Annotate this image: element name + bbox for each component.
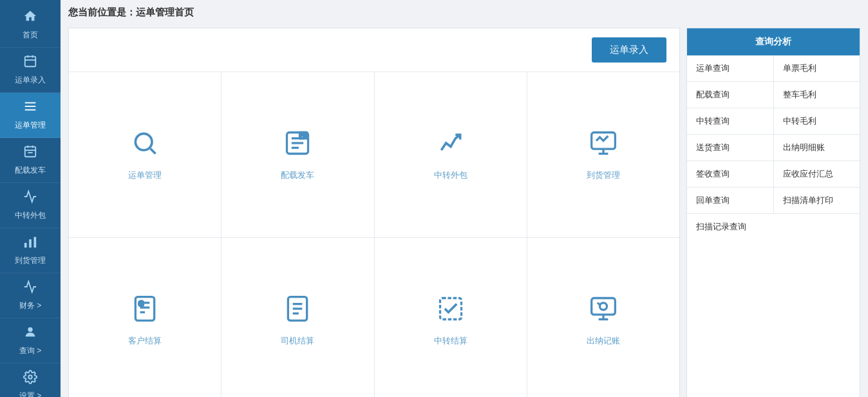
presentation-icon (589, 129, 618, 163)
sidebar-item-load-dispatch[interactable]: 配载发车 (0, 138, 61, 183)
svg-rect-39 (592, 298, 616, 315)
svg-rect-12 (24, 243, 27, 247)
right-panel-row-5: 签收查询 应收应付汇总 (687, 161, 860, 188)
grid-cell-transit-settlement[interactable]: 中转结算 (375, 238, 527, 397)
sidebar-item-transit-outsource[interactable]: 中转外包 (0, 183, 61, 228)
center-panel: 运单录入 运单管理 (68, 28, 680, 397)
waybill-entry-button[interactable]: 运单录入 (592, 37, 666, 63)
sidebar-item-query[interactable]: 查询 > (0, 318, 61, 363)
grid-section: 运单管理 ■ 配 (69, 72, 679, 397)
right-panel-row-4: 送货查询 出纳明细账 (687, 135, 860, 161)
sidebar-item-arrival-mgmt[interactable]: 到货管理 (0, 228, 61, 273)
list-icon (23, 99, 37, 117)
transit-query-link[interactable]: 中转查询 (687, 108, 774, 134)
grid-cell-load-dispatch[interactable]: ■ 配载发车 (222, 72, 374, 237)
grid-cell-transit-outsource[interactable]: 中转外包 (375, 72, 527, 237)
sidebar-item-settings[interactable]: 设置 > (0, 363, 61, 397)
full-truck-gross-link[interactable]: 整车毛利 (774, 82, 860, 108)
svg-line-43 (598, 302, 601, 305)
monitor-icon (589, 295, 618, 329)
right-panel-row-6: 回单查询 扫描清单打印 (687, 188, 860, 214)
svg-rect-28 (135, 296, 154, 320)
svg-text:■: ■ (301, 133, 305, 139)
svg-rect-7 (25, 147, 36, 157)
right-panel-title: 查询分析 (687, 28, 860, 55)
top-bar: 运单录入 (69, 28, 679, 72)
svg-point-16 (28, 375, 32, 379)
bar-chart-icon (23, 235, 37, 253)
sidebar: 首页 运单录入 运单管理 配载发车 中转外包 到货管理 财务 > (0, 0, 61, 397)
transit-icon (23, 189, 37, 208)
address-book-icon: S (131, 295, 159, 329)
grid-cell-customer-settlement[interactable]: S 客户结算 (69, 238, 222, 397)
scan-print-link[interactable]: 扫描清单打印 (774, 188, 860, 213)
main-content: 您当前位置是：运单管理首页 运单录入 运单 (61, 0, 868, 397)
grid-cell-cashier-ledger[interactable]: 出纳记账 (527, 238, 679, 397)
report-icon: ■ (283, 129, 312, 163)
grid-cell-waybill-mgmt[interactable]: 运单管理 (69, 72, 222, 237)
chart-icon (437, 129, 465, 163)
finance-icon (23, 280, 37, 298)
grid-row-2: S 客户结算 (69, 238, 679, 397)
page-title: 您当前位置是：运单管理首页 (68, 5, 860, 23)
svg-rect-0 (25, 57, 36, 67)
sidebar-item-waybill-mgmt[interactable]: 运单管理 (0, 93, 61, 138)
svg-rect-14 (34, 237, 37, 248)
receivable-payable-link[interactable]: 应收应付汇总 (774, 161, 860, 187)
svg-point-17 (135, 133, 152, 150)
content-row: 运单录入 运单管理 (68, 28, 860, 397)
cashier-detail-link[interactable]: 出纳明细账 (774, 135, 860, 160)
right-panel-row-1: 运单查询 单票毛利 (687, 55, 860, 82)
svg-rect-13 (29, 239, 32, 247)
dispatch-calendar-icon (23, 144, 37, 162)
svg-point-42 (599, 302, 607, 309)
grid-cell-arrival-mgmt[interactable]: 到货管理 (527, 72, 679, 237)
transit-gross-link[interactable]: 中转毛利 (774, 108, 860, 134)
right-panel: 查询分析 运单查询 单票毛利 配载查询 整车毛利 中转查询 中转毛利 送货查询 … (686, 28, 860, 397)
search-icon (131, 129, 159, 163)
home-icon (23, 9, 37, 27)
sidebar-item-finance[interactable]: 财务 > (0, 273, 61, 318)
svg-line-18 (151, 148, 156, 153)
grid-cell-driver-settlement[interactable]: 司机结算 (222, 238, 374, 397)
right-panel-links: 运单查询 单票毛利 配载查询 整车毛利 中转查询 中转毛利 送货查询 出纳明细账… (687, 55, 860, 240)
single-gross-link[interactable]: 单票毛利 (774, 55, 860, 81)
waybill-query-link[interactable]: 运单查询 (687, 55, 774, 81)
sign-query-link[interactable]: 签收查询 (687, 161, 774, 187)
document-icon (283, 295, 312, 329)
grid-row-1: 运单管理 ■ 配 (69, 72, 679, 238)
sidebar-item-waybill-entry[interactable]: 运单录入 (0, 48, 61, 93)
right-panel-row-3: 中转查询 中转毛利 (687, 108, 860, 135)
svg-point-15 (28, 327, 32, 332)
calendar-icon (23, 54, 37, 72)
right-panel-row-2: 配载查询 整车毛利 (687, 82, 860, 108)
gear-icon (23, 370, 37, 388)
person-icon (23, 325, 37, 343)
load-query-link[interactable]: 配载查询 (687, 82, 774, 108)
svg-text:S: S (139, 300, 144, 307)
return-query-link[interactable]: 回单查询 (687, 188, 774, 213)
right-panel-row-7: 扫描记录查询 (687, 214, 860, 240)
checkbox-icon (437, 295, 465, 329)
delivery-query-link[interactable]: 送货查询 (687, 135, 774, 160)
scan-record-query-link[interactable]: 扫描记录查询 (687, 214, 860, 240)
sidebar-item-home[interactable]: 首页 (0, 3, 61, 48)
